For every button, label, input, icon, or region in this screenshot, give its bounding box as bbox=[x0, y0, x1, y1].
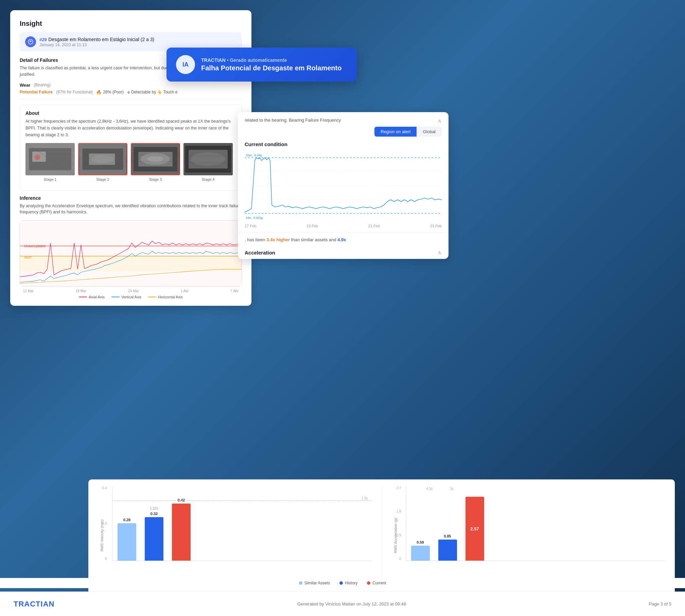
svg-point-9 bbox=[35, 155, 40, 160]
svg-rect-11 bbox=[83, 148, 123, 170]
wear-percentage: (97% for Functional) bbox=[56, 90, 93, 94]
svg-rect-1 bbox=[25, 143, 75, 175]
stage-4-image bbox=[183, 143, 233, 175]
accel-val-3-inner: 2.57 bbox=[470, 526, 479, 531]
alert-label: Alert bbox=[24, 255, 32, 259]
inference-section: Inference By analyzing the Acceleration … bbox=[20, 195, 242, 216]
accel-43x: 4.3x bbox=[426, 487, 433, 491]
right-panel-header: related to the bearing. Bearing Failure … bbox=[238, 112, 449, 123]
date-2: 19 Feb bbox=[306, 224, 318, 228]
legend-axial: Axial Axis bbox=[79, 295, 105, 299]
current-label: Current bbox=[372, 581, 386, 585]
stage-4-item: Stage 4 bbox=[183, 143, 233, 181]
vibration-chart-area: Unacceptable Alert bbox=[20, 220, 242, 286]
bottom-legend: Similar Assets History Current bbox=[0, 578, 685, 588]
velocity-y-axis: 0.4 0.2 0 bbox=[102, 486, 107, 561]
current-condition-title: Current condition bbox=[238, 141, 449, 147]
ia-badge: IA bbox=[176, 55, 195, 74]
acceleration-header: Acceleration ∧ bbox=[238, 246, 449, 259]
velocity-1-5x: 1.5x bbox=[362, 496, 368, 500]
velocity-chart: 0.4 0.2 0 1.5x 0.28 1.32x 0.32 0.42 bbox=[112, 486, 371, 585]
page-info: Page 3 of 5 bbox=[649, 601, 671, 606]
velocity-rect-2 bbox=[145, 517, 163, 561]
insight-number: #29 bbox=[39, 37, 47, 42]
svg-text:Max.: 8.08g: Max.: 8.08g bbox=[246, 154, 262, 157]
touch-icon: 👆 bbox=[157, 90, 162, 94]
about-section: About At higher frequencies of the spect… bbox=[20, 105, 242, 191]
tractian-brand: TRACTIAN • Gerado automaticamente bbox=[201, 57, 347, 63]
svg-rect-10 bbox=[79, 144, 126, 175]
stage-3-item: Stage 3 bbox=[131, 143, 180, 181]
svg-rect-34 bbox=[20, 221, 242, 286]
diamond-icon: ◆ bbox=[127, 90, 130, 94]
acceleration-collapse-icon[interactable]: ∧ bbox=[438, 249, 449, 256]
accel-val-3: 2.57 bbox=[471, 491, 478, 495]
svg-rect-28 bbox=[189, 150, 228, 169]
svg-point-16 bbox=[91, 155, 114, 163]
axial-dot bbox=[79, 297, 87, 297]
accel-3x: 3x bbox=[450, 487, 454, 491]
insight-icon bbox=[25, 36, 36, 47]
svg-rect-18 bbox=[134, 147, 177, 171]
legend-history: History bbox=[339, 581, 357, 585]
date-3: 21 Feb bbox=[368, 224, 380, 228]
wear-row: Wear (Bearing) bbox=[20, 83, 242, 88]
chart-date-labels: 17 Feb 19 Feb 21 Feb 23 Feb bbox=[238, 224, 449, 228]
svg-point-33 bbox=[191, 152, 225, 166]
bottom-bar: TRACTIAN Generated by Vinícius Maitan on… bbox=[0, 592, 685, 616]
axial-label: Axial Axis bbox=[89, 295, 105, 299]
generated-by: Generated by Vinícius Maitan on July 12,… bbox=[297, 601, 406, 606]
stage-1-item: Stage 1 bbox=[25, 143, 75, 181]
accel-bar-1: 0.59 bbox=[411, 540, 430, 561]
svg-text:Min.: 0.002g: Min.: 0.002g bbox=[246, 216, 263, 219]
stage-1-label: Stage 1 bbox=[44, 177, 57, 181]
card-title: Insight bbox=[20, 20, 242, 28]
region-on-alert-button[interactable]: Region on alert bbox=[374, 127, 417, 137]
wear-condition: 🔥 28% (Poor) bbox=[96, 90, 124, 95]
acceleration-title: Acceleration bbox=[238, 246, 282, 259]
legend-current: Current bbox=[367, 581, 386, 585]
region-toggle: Region on alert Global bbox=[238, 127, 449, 137]
global-button[interactable]: Global bbox=[417, 127, 442, 137]
history-label: History bbox=[345, 581, 357, 585]
accel-y-axis: 2.7 1.8 0.9 0 bbox=[397, 486, 401, 561]
collapse-icon[interactable]: ∧ bbox=[438, 118, 442, 124]
accel-bar-3: 2.57 2.57 bbox=[466, 491, 484, 561]
insight-date: January 14, 2023 at 11:13 bbox=[39, 42, 154, 47]
accel-bar-2: 0.85 bbox=[438, 534, 457, 561]
velocity-val-2: 0.32 bbox=[151, 512, 158, 516]
velocity-bar-1: 0.28 bbox=[118, 518, 136, 561]
detectable-badge: ◆ Detectable by 👆 Touch e bbox=[127, 90, 177, 94]
vertical-label: Vertical Axis bbox=[121, 295, 141, 299]
x-label-4: 1 Abr bbox=[181, 289, 189, 293]
velocity-rect-1 bbox=[118, 523, 136, 561]
legend-horizontal: Horizontal Axis bbox=[148, 295, 183, 299]
condition-chart-area: Max.: 8.08g Min.: 0.002g bbox=[238, 150, 449, 221]
velocity-rect-3 bbox=[172, 504, 191, 561]
stage-4-label: Stage 4 bbox=[202, 177, 215, 181]
chart-legend: Axial Axis Vertical Axis Horizontal Axis bbox=[20, 295, 242, 299]
similar-assets-dot bbox=[299, 581, 302, 585]
date-4: 23 Feb bbox=[430, 224, 442, 228]
wear-status-row: Potential Failure (97% for Functional) 🔥… bbox=[20, 90, 242, 95]
acceleration-bars: 2.7 1.8 0.9 0 4.3x 3x 0.59 0.85 2.57 bbox=[406, 486, 665, 561]
comparison-highlight-2: 4.9x bbox=[337, 237, 346, 242]
tractian-notification: IA TRACTIAN • Gerado automaticamente Fal… bbox=[166, 48, 357, 82]
stage-2-image bbox=[78, 143, 127, 175]
vertical-dot bbox=[111, 297, 120, 297]
svg-point-24 bbox=[141, 153, 170, 164]
svg-rect-26 bbox=[183, 143, 233, 175]
x-label-3: 24 Mar bbox=[128, 289, 139, 293]
history-dot bbox=[339, 581, 343, 585]
similar-assets-label: Similar Assets bbox=[304, 581, 330, 585]
svg-rect-12 bbox=[89, 153, 115, 165]
vibration-chart-container: Unacceptable Alert 11 Mar 18 Mar 24 Mar … bbox=[20, 220, 242, 299]
velocity-val-3: 0.42 bbox=[178, 498, 185, 502]
acceleration-chart: 2.7 1.8 0.9 0 4.3x 3x 0.59 0.85 2.57 bbox=[406, 486, 665, 585]
legend-vertical: Vertical Axis bbox=[111, 295, 141, 299]
potential-failure: Potential Failure bbox=[20, 90, 53, 94]
inference-title: Inference bbox=[20, 195, 242, 201]
horizontal-label: Horizontal Axis bbox=[158, 295, 183, 299]
accel-rect-1 bbox=[411, 546, 430, 561]
tractian-logo: TRACTIAN bbox=[14, 600, 54, 609]
